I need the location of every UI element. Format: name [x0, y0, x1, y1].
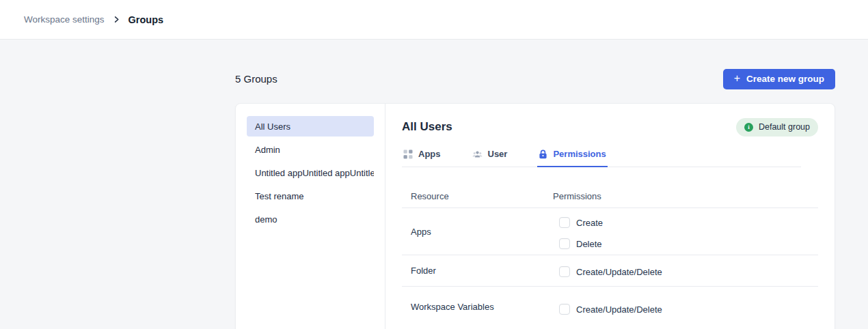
table-header-row: Resource Permissions — [402, 167, 818, 208]
tab-bar: Apps User — [402, 147, 801, 167]
main-content: 5 Groups + Create new group All Users Ad… — [0, 68, 868, 329]
create-new-group-label: Create new group — [746, 74, 824, 84]
group-detail-header: All Users i Default group — [402, 117, 818, 137]
permission-folder-cud[interactable]: Create/Update/Delete — [553, 266, 809, 277]
breadcrumb-workspace-settings[interactable]: Workspace settings — [24, 14, 105, 25]
permissions-table: Resource Permissions Apps Create Delete — [402, 167, 818, 327]
table-row-workspace-variables: Workspace Variables Create/Update/Delete — [402, 287, 818, 327]
group-list: All Users Admin Untitled appUntitled app… — [236, 104, 385, 329]
page-header: 5 Groups + Create new group — [235, 68, 835, 89]
permission-workspace-variables-cud[interactable]: Create/Update/Delete — [553, 304, 809, 315]
create-new-group-button[interactable]: + Create new group — [723, 69, 835, 89]
breadcrumb: Workspace settings Groups — [24, 14, 163, 25]
top-bar: Workspace settings Groups — [0, 0, 868, 40]
apps-grid-icon — [403, 149, 413, 159]
permissions-cell-folder: Create/Update/Delete — [553, 255, 809, 286]
group-detail-panel: All Users i Default group Apps — [385, 104, 835, 329]
tab-apps[interactable]: Apps — [402, 147, 442, 167]
checkbox-label-apps-delete: Delete — [576, 239, 602, 249]
plus-icon: + — [734, 73, 740, 84]
checkbox-workspace-variables-cud[interactable] — [559, 304, 570, 315]
tab-apps-label: Apps — [418, 149, 441, 159]
tab-permissions[interactable]: Permissions — [537, 147, 607, 167]
groups-card: All Users Admin Untitled appUntitled app… — [235, 103, 835, 329]
group-item-test-rename[interactable]: Test rename — [247, 186, 374, 206]
column-header-permissions: Permissions — [553, 191, 809, 201]
permission-apps-delete[interactable]: Delete — [553, 238, 809, 249]
checkbox-folder-cud[interactable] — [559, 266, 570, 277]
group-item-admin[interactable]: Admin — [247, 139, 374, 160]
checkbox-label-apps-create: Create — [576, 218, 603, 228]
default-group-badge: i Default group — [736, 118, 818, 137]
permission-apps-create[interactable]: Create — [553, 217, 809, 228]
permissions-cell-apps: Create Delete — [553, 208, 809, 255]
group-item-demo[interactable]: demo — [247, 209, 374, 229]
breadcrumb-current-groups: Groups — [128, 14, 164, 25]
permissions-cell-workspace-variables: Create/Update/Delete — [553, 287, 809, 327]
table-row-folder: Folder Create/Update/Delete — [402, 255, 818, 287]
checkbox-label-folder-cud: Create/Update/Delete — [576, 267, 662, 277]
default-group-badge-label: Default group — [759, 122, 810, 132]
checkbox-label-workspace-variables-cud: Create/Update/Delete — [576, 304, 662, 315]
group-item-all-users[interactable]: All Users — [247, 116, 374, 137]
resource-label-folder: Folder — [411, 266, 553, 276]
table-row-apps: Apps Create Delete — [402, 208, 818, 255]
groups-count-label: 5 Groups — [235, 73, 277, 85]
resource-label-apps: Apps — [411, 227, 553, 237]
checkbox-apps-delete[interactable] — [559, 238, 570, 249]
users-icon — [472, 149, 483, 159]
tab-user[interactable]: User — [471, 147, 509, 167]
tab-permissions-label: Permissions — [553, 149, 606, 159]
group-title: All Users — [402, 120, 452, 134]
lock-icon — [539, 149, 547, 159]
checkbox-apps-create[interactable] — [559, 217, 570, 228]
resource-label-workspace-variables: Workspace Variables — [411, 302, 553, 312]
column-header-resource: Resource — [411, 191, 553, 201]
chevron-right-icon — [113, 16, 120, 23]
info-icon: i — [744, 123, 753, 132]
tab-user-label: User — [488, 149, 508, 159]
group-item-untitled-app[interactable]: Untitled appUntitled appUntitle… — [247, 162, 374, 183]
